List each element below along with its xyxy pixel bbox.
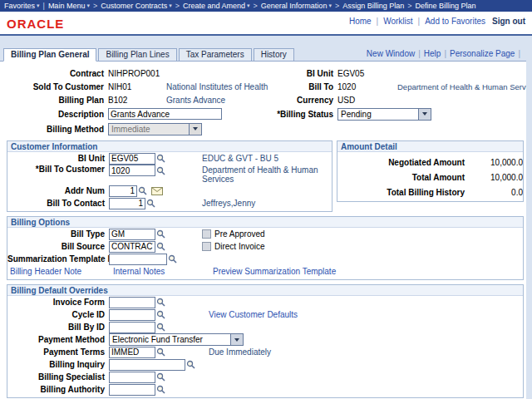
breadcrumb-main-menu[interactable]: Main Menu▾ bbox=[48, 2, 90, 10]
lookup-icon[interactable] bbox=[156, 310, 165, 319]
ci-addr-num-label: Addr Num bbox=[7, 186, 109, 195]
invoice-form-input[interactable] bbox=[109, 297, 155, 308]
currency-value: USD bbox=[337, 96, 397, 105]
total-billing-history-label: Total Billing History bbox=[337, 188, 471, 197]
bill-type-input[interactable] bbox=[109, 229, 155, 240]
payment-terms-input[interactable] bbox=[109, 347, 155, 358]
lookup-icon[interactable] bbox=[186, 360, 195, 369]
breadcrumb-separator: > bbox=[335, 2, 339, 10]
billing-authority-label: Billing Authority bbox=[7, 385, 109, 394]
main-panel: Contract NIHPROP001 BI Unit EGV05 Sold T… bbox=[0, 61, 526, 399]
new-window-link[interactable]: New Window bbox=[367, 49, 415, 58]
page-actions: New Window|Help|Personalize Page| bbox=[367, 49, 524, 58]
pre-approved-label: Pre Approved bbox=[214, 229, 265, 239]
lookup-icon[interactable] bbox=[168, 254, 177, 264]
breadcrumb-general-information[interactable]: General Information▾ bbox=[261, 2, 332, 10]
amount-detail-title: Amount Detail bbox=[337, 141, 523, 152]
description-label: Description bbox=[0, 110, 108, 119]
pre-approved-checkbox[interactable] bbox=[202, 229, 211, 239]
summarization-template-input[interactable] bbox=[109, 254, 167, 265]
summary-row-description: Description *Billing Status Pending bbox=[0, 106, 526, 121]
top-links: Home|Worklist|Add to FavoritesSign out bbox=[349, 17, 525, 26]
lookup-icon[interactable] bbox=[138, 186, 147, 195]
lookup-icon[interactable] bbox=[156, 372, 165, 382]
summary-row-contract: Contract NIHPROP001 BI Unit EGV05 bbox=[0, 66, 526, 80]
internal-notes-link[interactable]: Internal Notes bbox=[113, 267, 165, 276]
cycle-id-input[interactable] bbox=[109, 309, 155, 321]
billing-status-select[interactable]: Pending bbox=[337, 108, 431, 121]
peoplesoft-app-window: Favorites▾ | Main Menu▾ > Customer Contr… bbox=[0, 0, 532, 399]
summarization-template-label: Summarization Template ID bbox=[7, 254, 109, 264]
ci-bill-to-customer-input[interactable] bbox=[109, 165, 155, 176]
chevron-down-icon: ▾ bbox=[86, 2, 90, 9]
personalize-page-link[interactable]: Personalize Page bbox=[450, 49, 515, 58]
page-action-separator: | bbox=[518, 49, 520, 58]
page-action-separator: | bbox=[418, 49, 421, 58]
tab-billing-plan-general[interactable]: Billing Plan General bbox=[3, 48, 96, 62]
contract-value: NIHPROP001 bbox=[108, 69, 166, 78]
ci-bill-to-contact-label: Bill To Contact bbox=[7, 199, 109, 208]
ci-bi-unit-label: BI Unit bbox=[7, 154, 109, 163]
customer-info-row-addr-num: Addr Num bbox=[7, 185, 332, 197]
view-customer-defaults-link[interactable]: View Customer Defaults bbox=[209, 310, 298, 319]
sign-out-link[interactable]: Sign out bbox=[492, 17, 525, 26]
breadcrumb-customer-contracts[interactable]: Customer Contracts▾ bbox=[101, 2, 172, 10]
summary-row-billing-plan: Billing Plan B102 Grants Advance Currenc… bbox=[0, 93, 526, 106]
bill-by-id-input[interactable] bbox=[109, 322, 155, 333]
plan-summary: Contract NIHPROP001 BI Unit EGV05 Sold T… bbox=[0, 62, 526, 136]
direct-invoice-checkbox[interactable] bbox=[202, 242, 211, 251]
ci-addr-num-input[interactable] bbox=[109, 185, 137, 197]
envelope-icon[interactable] bbox=[151, 187, 163, 195]
bdo-row-cycle-id: Cycle ID View Customer Defaults bbox=[7, 308, 523, 321]
add-to-favorites-link[interactable]: Add to Favorites bbox=[425, 17, 485, 26]
summary-row-sold-to: Sold To Customer NIH01 National Institut… bbox=[0, 80, 526, 93]
billing-header-note-link[interactable]: Billing Header Note bbox=[10, 267, 81, 276]
chevron-down-icon[interactable] bbox=[418, 109, 431, 120]
tab-history[interactable]: History bbox=[254, 48, 294, 62]
billing-method-label: Billing Method bbox=[0, 125, 108, 134]
chevron-down-icon: ▾ bbox=[37, 2, 40, 9]
chevron-down-icon: ▾ bbox=[247, 2, 250, 9]
chevron-down-icon bbox=[189, 124, 201, 135]
bill-by-id-label: Bill By ID bbox=[7, 323, 109, 332]
bill-to-value: 1020 bbox=[337, 82, 397, 91]
lookup-icon[interactable] bbox=[156, 229, 165, 239]
preview-summarization-template-link[interactable]: Preview Summarization Template bbox=[213, 267, 336, 276]
payment-terms-desc: Due Immediately bbox=[209, 347, 271, 357]
lookup-icon[interactable] bbox=[156, 166, 165, 175]
total-amount-value: 10,000.0 bbox=[471, 173, 523, 182]
lookup-icon[interactable] bbox=[156, 385, 165, 394]
help-link[interactable]: Help bbox=[424, 49, 441, 58]
customer-information-groupbox: Customer Information BI Unit EDUC & GVT … bbox=[7, 140, 332, 212]
breadcrumb-define-billing-plan[interactable]: Define Billing Plan bbox=[415, 2, 475, 10]
currency-label: Currency bbox=[274, 96, 337, 105]
breadcrumb-assign-billing-plan[interactable]: Assign Billing Plan bbox=[342, 2, 404, 10]
breadcrumb-favorites[interactable]: Favorites▾ bbox=[4, 2, 40, 10]
description-input[interactable] bbox=[108, 108, 222, 120]
breadcrumb-create-and-amend[interactable]: Create and Amend▾ bbox=[183, 2, 250, 10]
billing-authority-input[interactable] bbox=[109, 384, 155, 396]
tab-tax-parameters[interactable]: Tax Parameters bbox=[179, 48, 252, 62]
ci-bill-to-contact-input[interactable] bbox=[109, 198, 145, 209]
top-link-separator: | bbox=[377, 17, 379, 26]
home-link[interactable]: Home bbox=[349, 17, 372, 26]
lookup-icon[interactable] bbox=[156, 154, 165, 163]
lookup-icon[interactable] bbox=[146, 199, 155, 208]
bill-source-input[interactable] bbox=[109, 241, 155, 253]
worklist-link[interactable]: Worklist bbox=[383, 17, 412, 26]
ci-bi-unit-input[interactable] bbox=[109, 153, 155, 165]
chevron-down-icon: ▾ bbox=[328, 2, 332, 9]
lookup-icon[interactable] bbox=[156, 347, 165, 357]
payment-method-select[interactable]: Electronic Fund Transfer bbox=[109, 333, 244, 346]
lookup-icon[interactable] bbox=[156, 323, 165, 332]
billing-inquiry-input[interactable] bbox=[109, 359, 185, 371]
breadcrumb: Favorites▾ | Main Menu▾ > Customer Contr… bbox=[0, 0, 532, 12]
tab-billing-plan-lines[interactable]: Billing Plan Lines bbox=[98, 48, 176, 62]
customer-info-row-bill-to-customer: *Bill To Customer Department of Health &… bbox=[7, 165, 332, 185]
chevron-down-icon[interactable] bbox=[230, 334, 243, 345]
billing-specialist-input[interactable] bbox=[109, 372, 155, 383]
summary-row-billing-method: Billing Method Immediate bbox=[0, 121, 526, 136]
lookup-icon[interactable] bbox=[156, 242, 165, 251]
lookup-icon[interactable] bbox=[156, 298, 165, 307]
billing-options-row-summarization: Summarization Template ID bbox=[7, 253, 523, 265]
